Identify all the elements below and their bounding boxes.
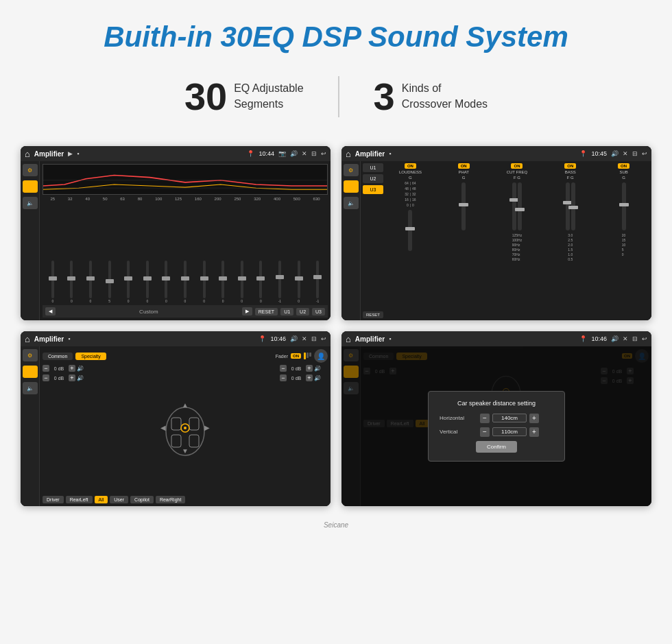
eq-close-icon[interactable]: ✕ xyxy=(302,150,307,157)
eq-slider-12[interactable]: -1 xyxy=(271,203,289,303)
u2-preset-btn[interactable]: U2 xyxy=(363,174,383,183)
eq-slider-5[interactable]: 0 xyxy=(139,203,156,303)
eq-camera-icon[interactable]: 📷 xyxy=(278,150,286,157)
rear-left-plus[interactable]: + xyxy=(69,374,75,381)
front-left-minus[interactable]: − xyxy=(43,365,49,372)
u3-preset-btn[interactable]: U3 xyxy=(363,185,383,194)
eq-prev-btn[interactable]: ◀ xyxy=(45,307,56,315)
eq-reset-btn[interactable]: RESET xyxy=(255,308,278,315)
dialog-minimize-icon[interactable]: ⊟ xyxy=(632,335,638,342)
eq-slider-2[interactable]: 0 xyxy=(82,203,99,303)
specialty-volume-icon[interactable]: 🔊 xyxy=(290,335,298,342)
eq-slider-14[interactable]: -1 xyxy=(309,203,326,303)
rearleft-btn[interactable]: RearLeft xyxy=(66,496,93,503)
sidebar-vol-btn[interactable]: 🔈 xyxy=(23,197,38,209)
u1-preset-btn[interactable]: U1 xyxy=(363,163,383,172)
sub-slider[interactable] xyxy=(622,182,626,230)
dialog-home-icon[interactable]: ⌂ xyxy=(346,334,351,344)
cutfreq-g-slider[interactable] xyxy=(518,182,522,230)
eq-slider-0[interactable]: 0 xyxy=(44,203,62,303)
eq-u1-btn[interactable]: U1 xyxy=(280,308,293,315)
fader-on-badge[interactable]: ON xyxy=(291,353,301,359)
specialty-vol-icon[interactable]: 🔈 xyxy=(23,382,38,394)
crossover-eq-icon[interactable]: ⚙ xyxy=(344,164,359,176)
front-right-plus[interactable]: + xyxy=(306,365,313,372)
crossover-reset-btn[interactable]: RESET xyxy=(363,311,383,318)
eq-slider-6[interactable]: 0 xyxy=(158,203,176,303)
horizontal-minus-btn[interactable]: − xyxy=(480,414,490,423)
horizontal-plus-btn[interactable]: + xyxy=(529,414,539,423)
loudness-slider[interactable] xyxy=(408,210,412,251)
specialty-eq-icon[interactable]: ⚙ xyxy=(23,349,38,361)
dialog-close-icon[interactable]: ✕ xyxy=(623,335,628,342)
user-btn[interactable]: User xyxy=(110,496,128,503)
crossover-back-icon[interactable]: ↩ xyxy=(642,150,647,157)
eq-minimize-icon[interactable]: ⊟ xyxy=(311,150,317,157)
common-tab[interactable]: Common xyxy=(43,353,73,360)
bass-on-badge[interactable]: ON xyxy=(564,163,576,169)
specialty-tab[interactable]: Specialty xyxy=(75,353,106,360)
phat-on-badge[interactable]: ON xyxy=(458,163,470,169)
home-icon[interactable]: ⌂ xyxy=(25,149,30,159)
eq-u3-btn[interactable]: U3 xyxy=(312,308,325,315)
rear-right-plus[interactable]: + xyxy=(306,374,313,381)
specialty-home-icon[interactable]: ⌂ xyxy=(25,334,30,344)
crossover-volume-icon[interactable]: 🔊 xyxy=(611,150,619,157)
specialty-close-icon[interactable]: ✕ xyxy=(302,335,307,342)
right-db-controls: − 0 dB + 🔊 − 0 dB + 🔊 xyxy=(280,365,328,491)
crossover-wave-icon[interactable]: 〜 xyxy=(344,180,359,193)
crossover-vol-icon[interactable]: 🔈 xyxy=(344,197,359,209)
eq-play-icon[interactable]: ▶ xyxy=(68,150,73,157)
dialog-back-icon[interactable]: ↩ xyxy=(642,335,647,342)
bass-g-slider[interactable] xyxy=(571,182,575,230)
crossover-home-icon[interactable]: ⌂ xyxy=(346,149,351,159)
specialty-wave-icon[interactable]: 〜 xyxy=(23,366,38,378)
vertical-plus-btn[interactable]: + xyxy=(529,427,539,437)
copilot-btn[interactable]: Copilot xyxy=(130,496,154,503)
driver-btn[interactable]: Driver xyxy=(43,496,64,503)
eq-slider-8[interactable]: 0 xyxy=(195,203,213,303)
specialty-back-icon[interactable]: ↩ xyxy=(321,335,326,342)
crossover-minimize-icon[interactable]: ⊟ xyxy=(632,150,638,157)
eq-slider-3[interactable]: 5 xyxy=(101,203,119,303)
eq-slider-10[interactable]: 0 xyxy=(233,203,251,303)
eq-slider-4[interactable]: 0 xyxy=(119,203,137,303)
loudness-label: LOUDNESS xyxy=(399,170,422,174)
svg-text:▲: ▲ xyxy=(182,401,189,409)
vertical-value[interactable]: 110cm xyxy=(492,427,527,436)
vertical-minus-btn[interactable]: − xyxy=(480,427,490,437)
rear-right-minus[interactable]: − xyxy=(280,374,287,381)
cutfreq-f-slider[interactable] xyxy=(512,182,516,230)
horizontal-value[interactable]: 140cm xyxy=(492,414,527,422)
front-left-plus[interactable]: + xyxy=(69,365,75,372)
eq-u2-btn[interactable]: U2 xyxy=(296,308,309,315)
rearright-btn[interactable]: RearRight xyxy=(156,496,186,503)
eq-slider-1[interactable]: 0 xyxy=(63,203,81,303)
cutfreq-on-badge[interactable]: ON xyxy=(511,163,523,169)
all-btn[interactable]: All xyxy=(95,496,108,503)
sidebar-eq-btn[interactable]: ⚙ xyxy=(23,164,38,176)
confirm-button[interactable]: Confirm xyxy=(476,441,517,453)
eq-slider-13[interactable]: 0 xyxy=(290,203,308,303)
crossover-presets: U1 U2 U3 RESET xyxy=(363,163,383,318)
screen-specialty: ⌂ Amplifier ▪ 📍 10:46 🔊 ✕ ⊟ ↩ ⚙ 〜 🔈 xyxy=(21,331,331,505)
sub-on-badge[interactable]: ON xyxy=(618,163,629,169)
eq-back-icon[interactable]: ↩ xyxy=(321,150,326,157)
eq-volume-icon[interactable]: 🔊 xyxy=(290,150,298,157)
front-right-minus[interactable]: − xyxy=(280,365,287,372)
eq-location-icon: 📍 xyxy=(247,150,254,157)
loudness-on-badge[interactable]: ON xyxy=(405,163,416,169)
sidebar-wave-btn[interactable]: 〜 xyxy=(23,180,38,193)
svg-rect-3 xyxy=(171,418,181,430)
crossover-close-icon[interactable]: ✕ xyxy=(623,150,628,157)
eq-next-btn[interactable]: ▶ xyxy=(242,307,252,315)
dialog-volume-icon[interactable]: 🔊 xyxy=(611,335,619,342)
rear-left-minus[interactable]: − xyxy=(43,374,49,381)
profile-icon[interactable]: 👤 xyxy=(314,349,328,363)
phat-slider[interactable] xyxy=(461,182,466,230)
eq-slider-9[interactable]: 0 xyxy=(214,203,232,303)
eq-slider-11[interactable]: 0 xyxy=(252,203,270,303)
eq-slider-7[interactable]: 0 xyxy=(176,203,194,303)
specialty-minimize-icon[interactable]: ⊟ xyxy=(311,335,317,342)
eq-bottom-bar: ◀ Custom ▶ RESET U1 U2 U3 xyxy=(43,305,328,318)
